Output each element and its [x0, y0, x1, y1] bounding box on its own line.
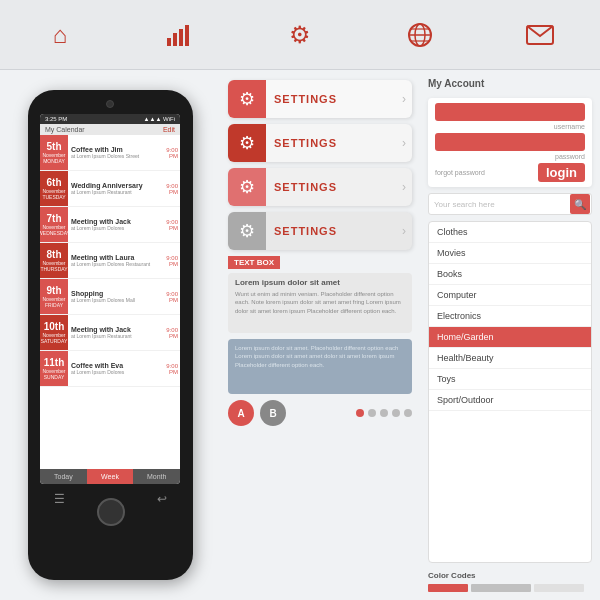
- cal-item-6[interactable]: 10th November SATURDAY Meeting with Jack…: [40, 315, 180, 351]
- calendar-title: My Calendar: [45, 126, 85, 133]
- cal-info-5: Shopping at Lorem Ipsum Dolores Mall: [68, 279, 164, 314]
- settings-button-1[interactable]: ⚙ SETTINGS ›: [228, 80, 412, 118]
- cal-item-3[interactable]: 7th November WEDNESDAY Meeting with Jack…: [40, 207, 180, 243]
- cal-item-7[interactable]: 11th November SUNDAY Coffee with Eva at …: [40, 351, 180, 387]
- settings-button-2[interactable]: ⚙ SETTINGS ›: [228, 124, 412, 162]
- globe-icon[interactable]: [402, 17, 438, 53]
- dots-row: [356, 409, 412, 417]
- category-sport-outdoor[interactable]: Sport/Outdoor: [429, 390, 591, 411]
- textbox-section-1: TEXT BOX Lorem ipsum dolor sit amet Wunt…: [228, 256, 412, 333]
- right-section: My Account username password forgot pass…: [420, 70, 600, 600]
- color-bar-1: [428, 584, 468, 592]
- account-actions-row: forgot password login: [435, 163, 585, 182]
- cal-time-1: 9:00PM: [164, 135, 180, 170]
- button-b[interactable]: B: [260, 400, 286, 426]
- category-toys[interactable]: Toys: [429, 369, 591, 390]
- svg-rect-2: [179, 29, 183, 46]
- settings-icon-3: ⚙: [228, 168, 266, 206]
- phone-status-bar: 3:25 PM ▲▲▲ WiFi: [40, 114, 180, 124]
- category-movies[interactable]: Movies: [429, 243, 591, 264]
- calendar-items: 5th November MONDAY Coffee with Jim at L…: [40, 135, 180, 469]
- cal-time-2: 9:00PM: [164, 171, 180, 206]
- settings-button-4[interactable]: ⚙ SETTINGS ›: [228, 212, 412, 250]
- username-label: username: [435, 123, 585, 130]
- cal-info-6: Meeting with Jack at Lorem Ipsum Restaur…: [68, 315, 164, 350]
- search-button[interactable]: 🔍: [570, 194, 590, 214]
- dot-3[interactable]: [380, 409, 388, 417]
- color-codes-title: Color Codes: [428, 571, 592, 580]
- dot-4[interactable]: [392, 409, 400, 417]
- settings-button-3[interactable]: ⚙ SETTINGS ›: [228, 168, 412, 206]
- ab-row: A B: [228, 400, 412, 426]
- category-computer[interactable]: Computer: [429, 285, 591, 306]
- dot-5[interactable]: [404, 409, 412, 417]
- phone-tabs: Today Week Month: [40, 469, 180, 484]
- phone-bottom: ☰ ↩: [28, 484, 193, 530]
- button-a[interactable]: A: [228, 400, 254, 426]
- svg-rect-1: [173, 33, 177, 46]
- home-icon[interactable]: ⌂: [42, 17, 78, 53]
- category-books[interactable]: Books: [429, 264, 591, 285]
- cal-date-5: 9th November FRIDAY: [40, 279, 68, 314]
- textbox-area-1[interactable]: Lorem ipsum dolor sit amet Wunt ut enim …: [228, 273, 412, 333]
- tab-week[interactable]: Week: [87, 469, 134, 484]
- settings-arrow-4: ›: [402, 224, 412, 238]
- chart-icon[interactable]: [162, 17, 198, 53]
- cal-time-5: 9:00PM: [164, 279, 180, 314]
- cal-date-4: 8th November THURSDAY: [40, 243, 68, 278]
- login-button[interactable]: login: [538, 163, 585, 182]
- settings-arrow-2: ›: [402, 136, 412, 150]
- cal-info-1: Coffee with Jim at Lorem Ipsum Dolores S…: [68, 135, 164, 170]
- cal-item-4[interactable]: 8th November THURSDAY Meeting with Laura…: [40, 243, 180, 279]
- settings-label-4: SETTINGS: [266, 225, 402, 237]
- cal-info-4: Meeting with Laura at Lorem Ipsum Dolore…: [68, 243, 164, 278]
- cal-item-5[interactable]: 9th November FRIDAY Shopping at Lorem Ip…: [40, 279, 180, 315]
- dot-1[interactable]: [356, 409, 364, 417]
- color-bar-3: [534, 584, 584, 592]
- textbox-lorem-2: Lorem ipsum dolor sit amet. Placeholder …: [235, 344, 405, 369]
- forgot-password-link[interactable]: forgot password: [435, 169, 485, 176]
- main-content: 3:25 PM ▲▲▲ WiFi My Calendar Edit 5th No…: [0, 70, 600, 600]
- cal-item-2[interactable]: 6th November TUESDAY Wedding Anniversary…: [40, 171, 180, 207]
- gear-icon[interactable]: ⚙: [282, 17, 318, 53]
- search-box[interactable]: Your search here 🔍: [428, 193, 592, 215]
- category-clothes[interactable]: Clothes: [429, 222, 591, 243]
- settings-arrow-3: ›: [402, 180, 412, 194]
- phone-section: 3:25 PM ▲▲▲ WiFi My Calendar Edit 5th No…: [0, 70, 220, 600]
- cal-date-2: 6th November TUESDAY: [40, 171, 68, 206]
- settings-label-3: SETTINGS: [266, 181, 402, 193]
- cal-info-2: Wedding Anniversary at Lorem Ipsum Resta…: [68, 171, 164, 206]
- password-label: password: [435, 153, 585, 160]
- cal-info-3: Meeting with Jack at Lorem Ipsum Dolores: [68, 207, 164, 242]
- cal-item-1[interactable]: 5th November MONDAY Coffee with Jim at L…: [40, 135, 180, 171]
- cal-date-1: 5th November MONDAY: [40, 135, 68, 170]
- category-home-garden[interactable]: Home/Garden: [429, 327, 591, 348]
- tab-today[interactable]: Today: [40, 469, 87, 484]
- password-input[interactable]: [435, 133, 585, 151]
- phone-calendar-header: My Calendar Edit: [40, 124, 180, 135]
- tab-month[interactable]: Month: [133, 469, 180, 484]
- phone-back-icon[interactable]: ↩: [157, 492, 167, 526]
- search-placeholder: Your search here: [434, 200, 570, 209]
- textbox-main-text: Lorem ipsum dolor sit amet: [235, 278, 405, 287]
- category-health-beauty[interactable]: Health/Beauty: [429, 348, 591, 369]
- username-input[interactable]: [435, 103, 585, 121]
- textbox-area-2[interactable]: Lorem ipsum dolor sit amet. Placeholder …: [228, 339, 412, 394]
- color-codes-section: Color Codes: [428, 571, 592, 592]
- category-electronics[interactable]: Electronics: [429, 306, 591, 327]
- mail-icon[interactable]: [522, 17, 558, 53]
- my-account-title: My Account: [428, 78, 592, 89]
- textbox-lorem-1: Wunt ut enim ad minim veniam. Placeholde…: [235, 290, 405, 315]
- top-icon-bar: ⌂ ⚙: [0, 0, 600, 70]
- phone-menu-icon[interactable]: ☰: [54, 492, 65, 526]
- color-bar-2: [471, 584, 531, 592]
- phone-home-button[interactable]: [97, 498, 125, 526]
- calendar-edit[interactable]: Edit: [163, 126, 175, 133]
- cal-date-6: 10th November SATURDAY: [40, 315, 68, 350]
- svg-rect-3: [185, 25, 189, 46]
- middle-section: ⚙ SETTINGS › ⚙ SETTINGS › ⚙ SETTINGS › ⚙…: [220, 70, 420, 600]
- dot-2[interactable]: [368, 409, 376, 417]
- phone-bottom-icons: ☰ ↩: [28, 488, 193, 530]
- settings-icon-4: ⚙: [228, 212, 266, 250]
- cal-date-3: 7th November WEDNESDAY: [40, 207, 68, 242]
